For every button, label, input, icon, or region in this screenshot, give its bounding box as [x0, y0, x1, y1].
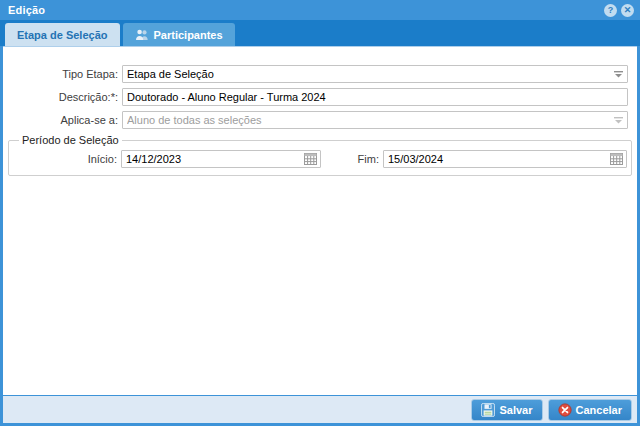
people-icon	[135, 29, 149, 41]
help-icon[interactable]: ?	[604, 4, 617, 17]
inicio-calendar-icon[interactable]	[301, 151, 320, 167]
inicio-label: Início:	[13, 153, 117, 165]
save-button-label: Salvar	[499, 404, 532, 416]
form-row-aplica-se-a: Aplica-se a:	[3, 111, 628, 129]
tab-label: Participantes	[154, 29, 223, 41]
aplica-se-a-dropdown-arrow-icon	[610, 112, 627, 128]
fim-label: Fim:	[345, 153, 379, 165]
aplica-se-a-combobox	[122, 111, 628, 129]
form-panel: Tipo Etapa: Descrição:*: Aplica-se a:	[3, 46, 637, 395]
save-floppy-icon	[481, 403, 495, 417]
tab-participantes[interactable]: Participantes	[123, 23, 235, 46]
edit-dialog-window: Edição ? ✕ Etapa de Seleção Participante…	[0, 0, 640, 426]
close-icon[interactable]: ✕	[621, 4, 634, 17]
titlebar-tools: ? ✕	[604, 4, 634, 17]
tab-etapa-de-selecao[interactable]: Etapa de Seleção	[5, 23, 120, 46]
tipo-etapa-label: Tipo Etapa:	[3, 68, 118, 80]
tab-bar: Etapa de Seleção Participantes	[0, 20, 640, 46]
tipo-etapa-dropdown-arrow-icon[interactable]	[610, 66, 627, 82]
cancel-x-icon	[558, 403, 572, 417]
form-row-tipo-etapa: Tipo Etapa:	[3, 65, 628, 83]
dialog-titlebar[interactable]: Edição ? ✕	[3, 0, 637, 20]
periodo-selecao-fieldset: Período de Seleção Início: Fim:	[8, 134, 632, 176]
cancel-button[interactable]: Cancelar	[548, 399, 632, 421]
save-button[interactable]: Salvar	[471, 399, 542, 421]
descricao-label: Descrição:*:	[3, 91, 118, 103]
descricao-input[interactable]	[122, 88, 628, 106]
fim-date-input[interactable]	[383, 150, 627, 168]
dialog-footer: Salvar Cancelar	[3, 395, 637, 423]
cancel-button-label: Cancelar	[576, 404, 622, 416]
form-row-descricao: Descrição:*:	[3, 88, 628, 106]
tab-label: Etapa de Seleção	[17, 29, 108, 41]
aplica-se-a-label: Aplica-se a:	[3, 114, 118, 126]
inicio-date-input[interactable]	[121, 150, 321, 168]
fim-calendar-icon[interactable]	[607, 151, 626, 167]
periodo-selecao-legend: Período de Seleção	[19, 134, 122, 146]
tipo-etapa-combobox[interactable]	[122, 65, 628, 83]
periodo-row: Início: Fim:	[13, 150, 627, 168]
dialog-title: Edição	[8, 4, 604, 16]
